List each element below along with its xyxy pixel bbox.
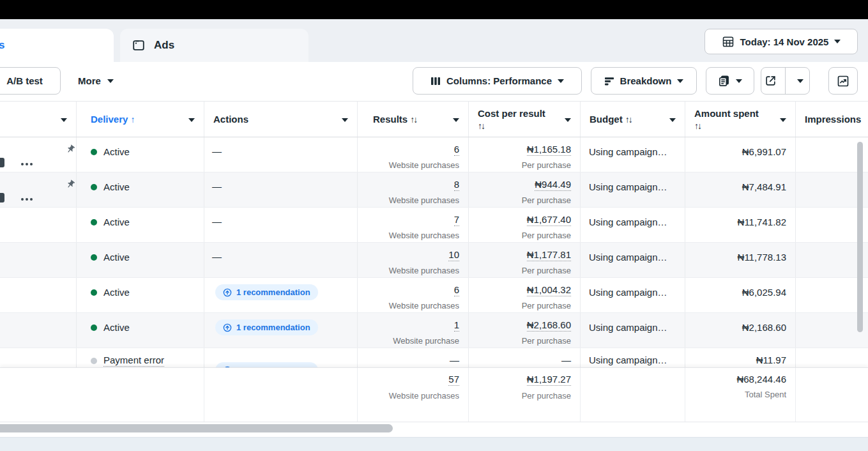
tab-ad-sets-label: s — [0, 39, 4, 52]
report-copy-icon — [718, 75, 730, 87]
chevron-down-icon[interactable] — [669, 118, 676, 122]
amount-spent-value: ₦11.97 — [685, 355, 786, 365]
total-cost-label: Per purchase — [468, 391, 571, 401]
export-split-button — [761, 67, 810, 95]
recommendation-pill[interactable]: 1 recommendation — [215, 362, 318, 367]
recommendation-pill[interactable]: 1 recommendation — [215, 284, 318, 300]
cost-value: ₦1,165.18 — [527, 144, 571, 156]
view-charts-button[interactable] — [828, 67, 858, 95]
actions-empty: — — [212, 146, 357, 157]
budget-value: Using campaign… — [589, 146, 685, 157]
sort-both-icon: ↑↓ — [410, 114, 416, 125]
chevron-down-icon — [797, 79, 803, 83]
export-options-button[interactable] — [791, 68, 809, 94]
status-text: Payment error — [103, 355, 164, 367]
more-label: More — [78, 75, 101, 86]
cost-value: — — [469, 355, 571, 365]
columns-label: Columns: Performance — [446, 75, 552, 86]
ab-test-button[interactable]: A/B test — [0, 67, 61, 95]
cost-value: ₦1,004.32 — [527, 284, 571, 296]
recommendation-pill[interactable]: 1 recommendation — [215, 319, 318, 335]
budget-value: Using campaign… — [589, 287, 685, 298]
results-type: Website purchases — [358, 160, 459, 170]
row-menu-icon[interactable] — [21, 163, 33, 165]
results-type: Website purchases — [358, 301, 459, 310]
status-text: Active — [103, 181, 130, 192]
status-text: Active — [103, 287, 130, 298]
results-value: 1 — [454, 319, 459, 332]
recommendation-label: 1 recommendation — [236, 287, 310, 297]
row-menu-icon[interactable] — [21, 198, 33, 201]
total-amount-value: ₦68,244.46 — [685, 374, 786, 385]
status-text: Active — [103, 146, 130, 157]
budget-value: Using campaign… — [589, 355, 685, 365]
amount-spent-value: ₦11,741.82 — [685, 217, 786, 227]
reports-button[interactable] — [706, 67, 754, 95]
bottom-panel-edge — [0, 437, 868, 451]
cost-type: Per purchase — [469, 231, 571, 240]
cost-type: Per purchase — [469, 266, 571, 275]
total-amount-label: Total Spent — [685, 390, 786, 399]
chevron-down-icon — [834, 40, 841, 43]
cost-type: Per purchase — [469, 195, 571, 205]
chevron-down-icon[interactable] — [565, 118, 571, 122]
column-header-impressions[interactable]: Impressions — [795, 102, 868, 137]
column-header-cost-per-result[interactable]: Cost per result ↑↓ — [468, 102, 580, 137]
status-text: Active — [103, 252, 130, 263]
chevron-down-icon[interactable] — [342, 118, 348, 122]
cost-value: ₦1,177.81 — [527, 249, 571, 261]
cost-type: Per purchase — [469, 301, 571, 310]
status-dot-active — [91, 219, 97, 226]
budget-value: Using campaign… — [589, 181, 685, 192]
table-row[interactable]: Payment error 1 recommendation — — Using… — [0, 348, 868, 367]
table-row[interactable]: Active 1 recommendation 1Website purchas… — [0, 313, 868, 348]
horizontal-scrollbar[interactable] — [0, 424, 393, 432]
chevron-down-icon[interactable] — [188, 118, 195, 122]
totals-row: 57Website purchases ₦1,197.27Per purchas… — [0, 367, 868, 422]
pin-icon[interactable] — [64, 178, 77, 191]
columns-button[interactable]: Columns: Performance — [413, 67, 582, 95]
export-button[interactable] — [761, 68, 779, 94]
status-text: Active — [103, 217, 130, 227]
table-row[interactable]: Active 1 recommendation 6Website purchas… — [0, 278, 868, 313]
breakdown-button[interactable]: Breakdown — [591, 67, 697, 95]
amount-spent-value: ₦11,778.13 — [685, 252, 786, 263]
chevron-down-icon[interactable] — [61, 118, 67, 122]
chevron-down-icon — [558, 79, 564, 83]
date-range-button[interactable]: Today: 14 Nov 2025 — [704, 29, 858, 54]
column-header-actions[interactable]: Actions — [204, 102, 357, 137]
sort-both-icon: ↑↓ — [694, 121, 701, 131]
results-value: 10 — [448, 249, 459, 261]
top-navigation-bar — [0, 0, 868, 19]
ads-tab-icon — [132, 38, 146, 52]
tab-ad-sets[interactable]: s — [0, 29, 114, 62]
total-results-label: Website purchases — [357, 391, 459, 401]
chevron-down-icon[interactable] — [780, 118, 786, 122]
column-header-budget[interactable]: Budget ↑↓ — [580, 102, 685, 137]
impressions-label: Impressions — [805, 114, 861, 125]
column-header-delivery[interactable]: Delivery ↑ — [76, 102, 204, 137]
results-type: Website purchases — [358, 195, 459, 205]
column-header-amount-spent[interactable]: Amount spent ↑↓ — [685, 102, 795, 137]
budget-value: Using campaign… — [589, 217, 685, 227]
table-row[interactable]: Active — 7Website purchases ₦1,677.40Per… — [0, 208, 868, 243]
chevron-down-icon[interactable] — [453, 118, 459, 122]
table-row[interactable]: Active — 6Website purchases ₦1,165.18Per… — [0, 137, 868, 172]
table-row[interactable]: Active — 10Website purchases ₦1,177.81Pe… — [0, 243, 868, 278]
column-header-results[interactable]: Results ↑↓ — [357, 102, 468, 137]
tab-ads[interactable]: Ads — [120, 29, 308, 62]
sort-both-icon: ↑↓ — [478, 121, 484, 131]
recommendation-up-icon — [223, 288, 232, 297]
total-results-value: 57 — [448, 374, 459, 386]
table-header: Delivery ↑ Actions Results ↑↓ Cost per r… — [0, 101, 868, 137]
vertical-scrollbar[interactable] — [857, 142, 863, 332]
status-dot-active — [91, 184, 97, 190]
column-header-name[interactable] — [0, 102, 76, 137]
pin-icon[interactable] — [64, 142, 77, 156]
status-dot-active — [91, 254, 97, 261]
results-label: Results — [373, 114, 407, 125]
status-dot-active — [91, 325, 97, 331]
actions-label: Actions — [213, 114, 248, 125]
more-button[interactable]: More — [74, 67, 118, 95]
table-row[interactable]: Active — 8Website purchases ₦944.49Per p… — [0, 172, 868, 208]
